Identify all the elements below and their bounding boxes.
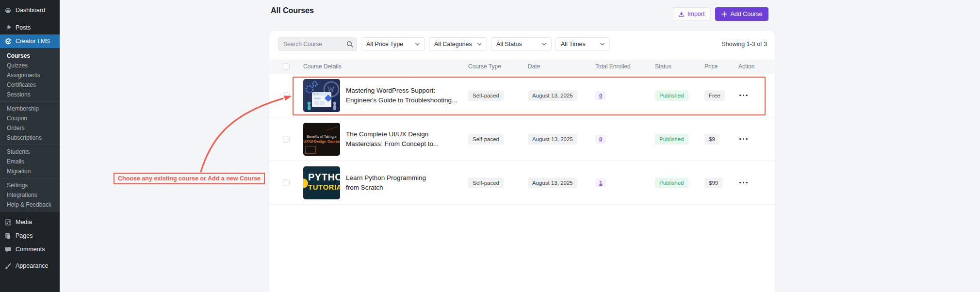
import-button-label: Import	[687, 11, 704, 17]
table-header: Course Details Course Type Date Total En…	[269, 59, 775, 74]
course-type-badge: Self-paced	[468, 90, 504, 101]
row-checkbox[interactable]	[283, 179, 290, 186]
sidebar-item-dashboard[interactable]: Dashboard	[0, 3, 60, 17]
chevron-down-icon	[477, 43, 482, 46]
thumbnail-text: PYTHON	[308, 172, 340, 183]
enrolled-count-link[interactable]: 0	[595, 91, 606, 100]
chevron-down-icon	[415, 43, 420, 46]
thumbnail-text: TUTORIAL	[308, 183, 340, 191]
submenu-item-orders[interactable]: Orders	[0, 123, 60, 133]
submenu-item-certificates[interactable]: Certificates	[0, 80, 60, 90]
price-type-select[interactable]: All Price Type	[361, 37, 425, 51]
times-select-value: All Times	[561, 41, 586, 48]
pages-icon	[4, 232, 12, 240]
header-actions: Import Add Course	[672, 7, 768, 21]
creator-lms-submenu: Courses Quizzes Assignments Certificates…	[0, 48, 60, 212]
sidebar-item-label: Creator LMS	[16, 38, 50, 45]
submenu-item-settings[interactable]: Settings	[0, 180, 60, 190]
course-thumbnail-wordpress[interactable]	[303, 79, 340, 112]
course-search	[278, 37, 357, 51]
column-status: Status	[655, 63, 704, 70]
comment-icon	[4, 246, 12, 253]
enrolled-count-link[interactable]: 0	[595, 135, 606, 144]
submenu-item-courses[interactable]: Courses	[0, 51, 60, 61]
add-course-button-label: Add Course	[730, 11, 762, 17]
submenu-item-students[interactable]: Students	[0, 147, 60, 157]
dashboard-icon	[4, 7, 12, 14]
main-content: All Courses Import Add Course All Price …	[60, 0, 980, 292]
status-select[interactable]: All Status	[491, 37, 552, 51]
date-badge: August 13, 2025	[528, 178, 577, 188]
sidebar-item-label: Posts	[16, 24, 31, 31]
creator-lms-icon	[4, 38, 12, 45]
row-checkbox[interactable]	[283, 136, 290, 143]
price-badge: $99	[704, 178, 722, 188]
row-actions-ellipsis-icon[interactable]	[738, 92, 749, 99]
paintbrush-icon	[4, 262, 12, 270]
sidebar-item-label: Pages	[16, 232, 33, 239]
row-actions-ellipsis-icon[interactable]	[738, 135, 749, 143]
column-total-enrolled: Total Enrolled	[595, 63, 655, 70]
uiux-art-line	[324, 123, 338, 131]
sidebar-item-label: Comments	[16, 246, 45, 253]
categories-select[interactable]: All Categories	[429, 37, 487, 51]
times-select[interactable]: All Times	[555, 37, 610, 51]
price-badge: Free	[704, 90, 725, 101]
page-title: All Courses	[271, 6, 314, 15]
add-course-button[interactable]: Add Course	[715, 7, 768, 21]
media-icon	[4, 219, 12, 226]
sidebar-item-media[interactable]: Media	[0, 215, 60, 229]
row-checkbox[interactable]	[283, 92, 290, 99]
row-actions-ellipsis-icon[interactable]	[738, 179, 749, 187]
submenu-item-migration[interactable]: Migration	[0, 166, 60, 176]
sidebar-item-label: Dashboard	[16, 7, 45, 14]
submenu-divider	[0, 178, 60, 178]
column-date: Date	[528, 63, 595, 70]
submenu-item-quizzes[interactable]: Quizzes	[0, 61, 60, 70]
table-row: PYTHON TUTORIAL Learn Python Programming…	[269, 161, 775, 205]
sidebar-item-posts[interactable]: Posts	[0, 21, 60, 34]
sidebar-item-pages[interactable]: Pages	[0, 229, 60, 243]
status-badge: Published	[655, 178, 688, 188]
course-title[interactable]: The Complete UI/UX Design Masterclass: F…	[346, 130, 439, 149]
submenu-item-coupon[interactable]: Coupon	[0, 114, 60, 123]
submenu-item-help-feedback[interactable]: Help & Feedback	[0, 200, 60, 210]
results-count: Showing 1-3 of 3	[721, 41, 767, 48]
sidebar-item-appearance[interactable]: Appearance	[0, 259, 60, 273]
submenu-item-integrations[interactable]: Integrations	[0, 190, 60, 200]
search-input[interactable]	[278, 37, 357, 51]
submenu-item-emails[interactable]: Emails	[0, 157, 60, 166]
course-thumbnail-uiux[interactable]: Benefits of Taking a UX/UI Design Course	[303, 123, 340, 156]
thumbnail-text: Benefits of Taking a	[307, 135, 337, 138]
course-details-cell: PYTHON TUTORIAL Learn Python Programming…	[303, 166, 468, 199]
search-icon[interactable]	[346, 41, 353, 48]
courses-card: All Price Type All Categories All Status…	[269, 31, 775, 292]
submenu-item-sessions[interactable]: Sessions	[0, 90, 60, 99]
submenu-item-assignments[interactable]: Assignments	[0, 70, 60, 80]
column-course-details: Course Details	[303, 63, 468, 70]
wordpress-course-art	[303, 79, 340, 112]
categories-select-value: All Categories	[434, 41, 472, 48]
wp-admin-sidebar: Dashboard Posts Creator LMS Courses Quiz…	[0, 0, 60, 292]
uiux-art-wireframe	[305, 146, 316, 154]
sidebar-item-creator-lms[interactable]: Creator LMS	[0, 34, 60, 48]
sidebar-item-comments[interactable]: Comments	[0, 243, 60, 256]
price-type-select-value: All Price Type	[366, 41, 403, 48]
course-title[interactable]: Mastering WordPress Support: Engineer's …	[346, 86, 457, 105]
select-all-checkbox[interactable]	[283, 63, 290, 70]
course-details-cell: Benefits of Taking a UX/UI Design Course…	[303, 123, 468, 156]
course-details-cell: Mastering WordPress Support: Engineer's …	[303, 79, 468, 112]
submenu-item-membership[interactable]: Membership	[0, 104, 60, 114]
table-row: Mastering WordPress Support: Engineer's …	[269, 74, 775, 117]
submenu-divider	[0, 101, 60, 102]
column-action: Action	[738, 63, 767, 70]
plus-icon	[721, 11, 727, 17]
filter-bar: All Price Type All Categories All Status…	[278, 37, 767, 51]
import-button[interactable]: Import	[672, 7, 711, 21]
chevron-down-icon	[600, 43, 604, 46]
course-thumbnail-python[interactable]: PYTHON TUTORIAL	[303, 166, 340, 199]
course-title[interactable]: Learn Python Programming from Scratch	[346, 173, 426, 193]
submenu-item-subscriptions[interactable]: Subscriptions	[0, 133, 60, 143]
table-row: Benefits of Taking a UX/UI Design Course…	[269, 117, 775, 161]
enrolled-count-link[interactable]: 1	[595, 178, 606, 187]
